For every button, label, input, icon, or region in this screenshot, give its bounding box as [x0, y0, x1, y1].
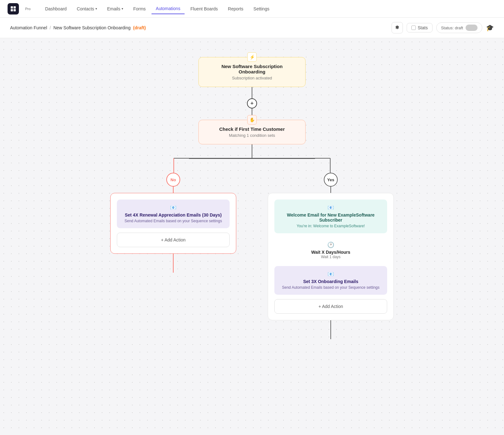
- breadcrumb-root[interactable]: Automation Funnel: [10, 25, 47, 30]
- add-action-button-no[interactable]: + Add Action: [117, 233, 230, 247]
- yes-branch-box: 📧 Welcome Email for New ExampleSoftware …: [268, 193, 394, 320]
- nav-automations[interactable]: Automations: [152, 3, 185, 14]
- onboarding-email-node[interactable]: 📧 Set 3X Onboarding Emails Send Automate…: [274, 266, 387, 295]
- connector-1: [252, 87, 252, 98]
- no-branch-column: No 📧 Set 4X Renewal Appreciation Emails …: [107, 173, 239, 339]
- welcome-email-title: Welcome Email for New ExampleSoftware Su…: [281, 212, 381, 223]
- nav-contacts[interactable]: Contacts ▾: [72, 4, 101, 14]
- nav-settings[interactable]: Settings: [249, 4, 274, 14]
- sequence-title: Set 3X Onboarding Emails: [281, 279, 381, 284]
- no-connector-1: [173, 187, 174, 193]
- condition-node-wrapper: ✋ Check if First Time Customer Matching …: [198, 120, 306, 144]
- yes-branch-column: Yes 📧 Welcome Email for New ExampleSoftw…: [265, 173, 397, 339]
- no-branch-bottom-line: [173, 254, 174, 273]
- trigger-node-wrapper: ⚡ New Software Subscription Onboarding S…: [198, 57, 306, 87]
- add-action-button-yes[interactable]: + Add Action: [274, 299, 387, 314]
- stats-button[interactable]: Stats: [407, 23, 432, 32]
- welcome-email-icon: 📧: [281, 205, 381, 211]
- no-label: No: [166, 173, 180, 187]
- breadcrumb-bar: Automation Funnel / New Software Subscri…: [0, 18, 504, 38]
- nav-reports[interactable]: Reports: [224, 4, 248, 14]
- status-toggle[interactable]: [466, 25, 478, 31]
- settings-button[interactable]: [392, 22, 403, 33]
- yes-label: Yes: [324, 173, 338, 187]
- renewal-email-subtitle: Send Automated Emails based on your Sequ…: [123, 219, 223, 223]
- trigger-title: New Software Subscription Onboarding: [209, 64, 295, 74]
- condition-subtitle: Matching 1 condition sets: [209, 133, 295, 138]
- wait-subtitle: Wait 1 days: [278, 255, 383, 259]
- nav-items: Dashboard Contacts ▾ Emails ▾ Forms Auto…: [41, 3, 496, 14]
- wait-node[interactable]: 🕐 Wait X Days/Hours Wait 1 days: [274, 238, 387, 263]
- renewal-email-title: Set 4X Renewal Appreciation Emails (30 D…: [123, 212, 223, 218]
- svg-rect-1: [14, 6, 16, 9]
- svg-rect-3: [14, 9, 16, 11]
- condition-node[interactable]: ✋ Check if First Time Customer Matching …: [198, 120, 306, 144]
- branch-columns: No 📧 Set 4X Renewal Appreciation Emails …: [107, 144, 397, 339]
- wait-title: Wait X Days/Hours: [278, 250, 383, 255]
- stats-label: Stats: [418, 25, 428, 30]
- sequence-email-icon: 📧: [281, 271, 381, 277]
- contacts-chevron: ▾: [95, 7, 97, 10]
- no-branch-box: 📧 Set 4X Renewal Appreciation Emails (30…: [110, 193, 236, 254]
- navbar: Pro Dashboard Contacts ▾ Emails ▾ Forms …: [0, 0, 504, 18]
- svg-rect-2: [11, 9, 13, 11]
- condition-icon: ✋: [247, 115, 257, 125]
- yes-connector-1: [330, 187, 331, 193]
- trigger-node[interactable]: ⚡ New Software Subscription Onboarding S…: [198, 57, 306, 87]
- welcome-email-subtitle: You're in: Welcome to ExampleSoftware!: [281, 224, 381, 228]
- add-step-button-1[interactable]: +: [247, 98, 257, 108]
- nav-forms[interactable]: Forms: [129, 4, 150, 14]
- flag-icon[interactable]: 🎓: [486, 24, 494, 32]
- stats-checkbox: [411, 26, 416, 30]
- app-logo: [8, 3, 19, 14]
- draft-badge: (draft): [133, 25, 146, 30]
- nav-emails[interactable]: Emails ▾: [103, 4, 128, 14]
- breadcrumb-separator: /: [50, 25, 51, 30]
- breadcrumb: Automation Funnel / New Software Subscri…: [10, 25, 146, 30]
- nav-dashboard[interactable]: Dashboard: [41, 4, 71, 14]
- svg-rect-0: [11, 6, 13, 9]
- nav-fluent-boards[interactable]: Fluent Boards: [186, 4, 222, 14]
- yes-branch-bottom-line: [330, 320, 331, 339]
- nav-pro-badge: Pro: [25, 7, 31, 11]
- sequence-subtitle: Send Automated Emails based on your Sequ…: [281, 285, 381, 290]
- status-pill: Status: draft: [436, 22, 482, 33]
- condition-title: Check if First Time Customer: [209, 126, 295, 132]
- breadcrumb-current: New Software Subscription Onboarding: [53, 25, 130, 30]
- toolbar-actions: Stats Status: draft 🎓: [392, 22, 494, 33]
- emails-chevron: ▾: [122, 7, 123, 10]
- welcome-email-node[interactable]: 📧 Welcome Email for New ExampleSoftware …: [274, 200, 387, 233]
- trigger-icon: ⚡: [247, 52, 257, 62]
- renewal-email-node[interactable]: 📧 Set 4X Renewal Appreciation Emails (30…: [117, 200, 230, 228]
- branch-connectors-svg: [107, 144, 397, 173]
- status-label: Status: draft: [441, 26, 463, 30]
- automation-canvas: ⚡ New Software Subscription Onboarding S…: [0, 38, 504, 435]
- trigger-subtitle: Subscription activated: [209, 76, 295, 80]
- flow-container: ⚡ New Software Subscription Onboarding S…: [0, 51, 504, 339]
- branch-section: No 📧 Set 4X Renewal Appreciation Emails …: [107, 144, 397, 339]
- wait-icon: 🕐: [278, 241, 383, 248]
- renewal-email-icon: 📧: [123, 205, 223, 211]
